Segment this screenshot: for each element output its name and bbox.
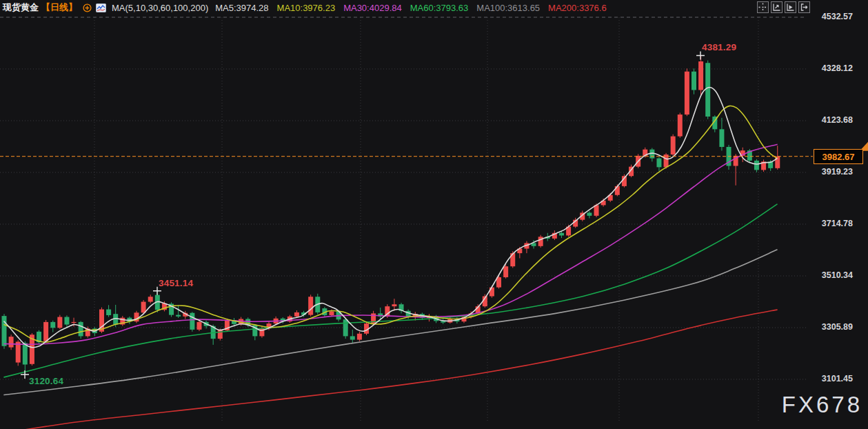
period-label[interactable]: 【日线】 xyxy=(41,1,77,14)
candle xyxy=(106,310,111,315)
ma-value-ma60: MA60:3793.63 xyxy=(410,3,469,13)
ma-line-ma10 xyxy=(4,106,777,342)
ma-value-ma5: MA5:3974.28 xyxy=(215,3,268,13)
y-axis-label: 3101.45 xyxy=(805,374,853,383)
candle xyxy=(343,319,348,336)
ma-line-ma30 xyxy=(4,144,777,344)
candle xyxy=(671,137,676,154)
y-axis-label: 3919.23 xyxy=(805,167,853,177)
candle xyxy=(43,322,48,341)
candle xyxy=(308,297,313,315)
chart-header: 现货黄金 【日线】 MA(5,10,30,60,100,200) MA5:397… xyxy=(3,1,615,14)
extreme-price-label: 3451.14 xyxy=(159,278,193,288)
candle xyxy=(2,316,7,346)
candle xyxy=(357,334,362,340)
ma-line-ma200 xyxy=(4,310,777,429)
candle xyxy=(294,312,299,317)
candle xyxy=(190,313,194,330)
candle xyxy=(685,72,689,114)
trading-chart-window: 现货黄金 【日线】 MA(5,10,30,60,100,200) MA5:397… xyxy=(0,0,868,429)
candlestick-chart[interactable] xyxy=(0,0,868,429)
candle xyxy=(489,288,494,297)
candle xyxy=(705,63,710,117)
candle xyxy=(57,317,62,328)
ma-value-ma30: MA30:4029.84 xyxy=(343,3,402,13)
symbol-name[interactable]: 现货黄金 xyxy=(3,1,39,14)
candle xyxy=(656,159,661,168)
ma-line-ma5 xyxy=(4,88,777,348)
candle xyxy=(196,322,201,330)
y-axis-label: 3305.89 xyxy=(805,322,853,332)
axis-scale-icon[interactable] xyxy=(771,1,783,13)
current-price-value: 3982.67 xyxy=(822,152,855,162)
candle xyxy=(64,317,69,325)
ma-value-ma100: MA100:3613.65 xyxy=(476,3,540,13)
y-axis-label: 4328.12 xyxy=(805,63,853,73)
candle xyxy=(587,212,592,215)
mini-chart-icon[interactable] xyxy=(96,3,106,12)
extreme-price-label: 4381.29 xyxy=(702,42,736,52)
candle xyxy=(9,337,14,347)
candle xyxy=(79,322,83,337)
candle xyxy=(503,266,508,277)
candle xyxy=(148,297,153,301)
ma-legend: MA5:3974.28MA10:3976.23MA30:4029.84MA60:… xyxy=(215,3,614,13)
extreme-price-label: 3120.64 xyxy=(29,376,63,386)
candle xyxy=(329,311,334,315)
candle xyxy=(692,72,696,90)
candle xyxy=(698,61,703,90)
candle xyxy=(23,343,28,364)
candle xyxy=(719,129,724,147)
candle xyxy=(559,233,564,236)
expand-right-icon[interactable] xyxy=(798,1,810,13)
add-compare-icon[interactable] xyxy=(83,3,92,12)
ma-line-ma60 xyxy=(4,204,777,377)
indicator-panel-icon[interactable] xyxy=(785,1,796,13)
candle xyxy=(72,322,77,323)
ma-value-ma10: MA10:3976.23 xyxy=(277,3,336,13)
y-axis-label: 4123.68 xyxy=(805,115,853,125)
current-price-tag: 3982.67 xyxy=(814,149,863,164)
y-axis-label: 3510.34 xyxy=(805,270,853,280)
candle xyxy=(392,304,396,306)
candle xyxy=(678,114,683,137)
y-axis-label: 4532.57 xyxy=(805,12,853,21)
watermark: FX678 xyxy=(782,392,862,418)
candle xyxy=(141,302,146,313)
candle xyxy=(754,161,759,170)
candle xyxy=(176,315,181,317)
candle xyxy=(615,186,620,195)
candle xyxy=(50,322,55,328)
candle xyxy=(538,237,543,246)
candle xyxy=(16,342,21,363)
y-axis-label: 3714.78 xyxy=(805,219,853,228)
candle xyxy=(350,336,355,339)
crosshair-icon[interactable] xyxy=(757,1,769,13)
ma-parameters-label: MA(5,10,30,60,100,200) xyxy=(112,3,208,13)
ma-value-ma200: MA200:3376.6 xyxy=(548,3,607,13)
chart-toolbar xyxy=(757,1,810,13)
